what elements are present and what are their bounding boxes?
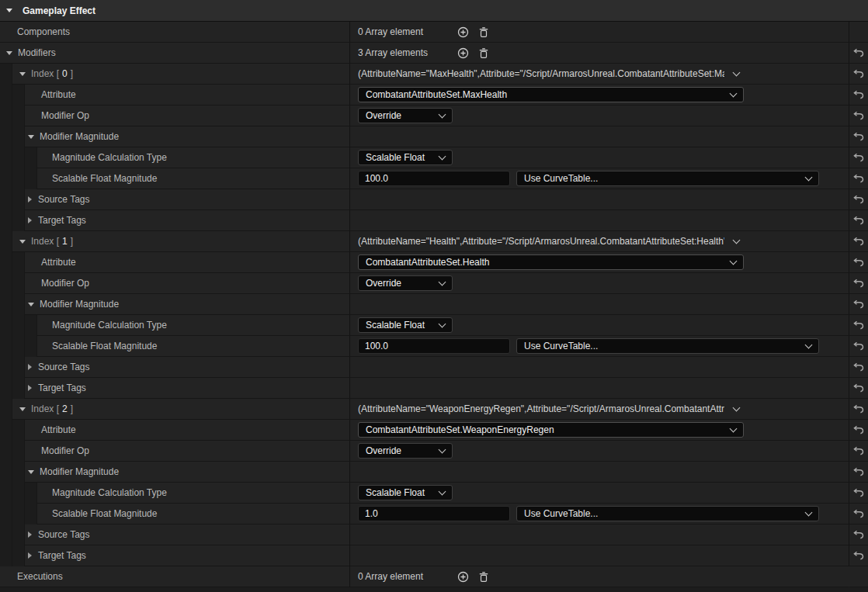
reset-to-default-button[interactable]: [853, 488, 864, 497]
delete-elements-button[interactable]: [478, 47, 489, 59]
reset-to-default-button[interactable]: [853, 153, 864, 162]
expander-arrow-icon[interactable]: [28, 135, 34, 139]
indent-lane: [12, 168, 25, 189]
modifier-op-dropdown[interactable]: Override: [358, 275, 453, 291]
reset-to-default-button[interactable]: [853, 299, 864, 309]
indent-lane: [0, 252, 12, 273]
expander-arrow-icon[interactable]: [19, 407, 26, 411]
reset-arrow-icon: [853, 299, 864, 309]
attribute-dropdown[interactable]: CombatantAttributeSet.Health: [358, 254, 744, 270]
modifier-op-dropdown[interactable]: Override: [358, 108, 453, 123]
expander-arrow-icon[interactable]: [19, 72, 26, 76]
chevron-down-icon[interactable]: [733, 237, 741, 244]
indent-lane: [0, 231, 12, 252]
indent-lane: [12, 147, 25, 168]
reset-to-default-button[interactable]: [853, 320, 864, 330]
curve-table-dropdown[interactable]: Use CurveTable...: [516, 338, 819, 354]
modifier-summary-text: (AttributeName="Health",Attribute="/Scri…: [358, 236, 724, 247]
chevron-down-icon[interactable]: [733, 404, 741, 412]
reset-to-default-button[interactable]: [853, 341, 864, 351]
chevron-down-icon: [439, 320, 446, 328]
modifier-op-dropdown[interactable]: Override: [358, 443, 453, 459]
index-label: Index [2]: [31, 403, 73, 414]
indent-lane: [12, 545, 25, 566]
magnitude-calculation-type-label: Magnitude Calculation Type: [52, 487, 167, 498]
reset-arrow-icon: [853, 111, 864, 120]
reset-to-default-button[interactable]: [853, 69, 864, 78]
chevron-down-icon: [439, 153, 446, 161]
reset-to-default-button[interactable]: [853, 446, 864, 455]
reset-to-default-button[interactable]: [853, 404, 864, 414]
reset-to-default-button[interactable]: [853, 174, 864, 183]
expander-arrow-icon[interactable]: [28, 303, 34, 306]
expander-arrow-icon[interactable]: [28, 552, 32, 559]
add-element-button[interactable]: [457, 571, 469, 583]
reset-to-default-button[interactable]: [853, 467, 864, 476]
details-panel: Gameplay Effect Components 0 Array eleme…: [0, 0, 868, 592]
modifier-op-row: Modifier Op Override: [0, 273, 868, 294]
add-element-button[interactable]: [457, 47, 469, 59]
reset-to-default-button[interactable]: [853, 530, 864, 539]
reset-arrow-icon: [853, 237, 864, 246]
reset-arrow-icon: [853, 509, 864, 518]
indent-lane: [12, 462, 25, 483]
magnitude-value-input[interactable]: [358, 171, 510, 186]
reset-to-default-button[interactable]: [853, 425, 864, 434]
magnitude-value-input[interactable]: [358, 506, 510, 521]
modifier-magnitude-row: Modifier Magnitude: [0, 462, 868, 483]
attribute-label: Attribute: [41, 257, 76, 268]
reset-to-default-button[interactable]: [853, 48, 864, 57]
chevron-down-icon[interactable]: [733, 69, 741, 77]
expander-arrow-icon[interactable]: [28, 217, 32, 223]
expander-arrow-icon[interactable]: [6, 51, 12, 55]
magnitude-calculation-type-dropdown[interactable]: Scalable Float: [358, 485, 453, 500]
source-tags-row: Source Tags: [0, 524, 868, 545]
expander-arrow-icon[interactable]: [28, 470, 34, 474]
attribute-dropdown[interactable]: CombatantAttributeSet.WeaponEnergyRegen: [358, 422, 744, 438]
indent-lane: [12, 106, 25, 126]
expander-arrow-icon[interactable]: [6, 9, 12, 12]
curve-table-dropdown[interactable]: Use CurveTable...: [516, 171, 819, 186]
add-element-button[interactable]: [457, 26, 469, 38]
reset-to-default-button[interactable]: [853, 132, 864, 141]
reset-to-default-button[interactable]: [853, 258, 864, 267]
reset-arrow-icon: [853, 195, 864, 204]
expander-arrow-icon[interactable]: [28, 531, 32, 538]
modifier-magnitude-row: Modifier Magnitude: [0, 294, 868, 315]
expander-arrow-icon[interactable]: [19, 240, 26, 244]
magnitude-calculation-type-label: Magnitude Calculation Type: [52, 152, 167, 163]
reset-to-default-button[interactable]: [853, 195, 864, 204]
indent-lane: [0, 441, 12, 462]
expander-arrow-icon[interactable]: [28, 196, 32, 203]
reset-to-default-button[interactable]: [853, 362, 864, 372]
indent-lane: [0, 168, 12, 189]
modifier-op-label: Modifier Op: [41, 110, 89, 121]
category-gameplay-effect[interactable]: Gameplay Effect: [0, 0, 868, 22]
chevron-down-icon: [730, 425, 738, 433]
reset-to-default-button[interactable]: [853, 111, 864, 120]
reset-arrow-icon: [853, 69, 864, 78]
chevron-down-icon: [439, 279, 446, 286]
modifiers-count: 3 Array elements: [358, 47, 457, 58]
expander-arrow-icon[interactable]: [28, 364, 32, 370]
indent-lane: [12, 85, 25, 106]
reset-to-default-button[interactable]: [853, 90, 864, 99]
magnitude-calculation-type-dropdown[interactable]: Scalable Float: [358, 317, 453, 333]
row-executions: Executions 0 Array element: [0, 566, 868, 587]
reset-to-default-button[interactable]: [853, 551, 864, 560]
curve-table-dropdown[interactable]: Use CurveTable...: [516, 506, 819, 521]
modifier-summary-text: (AttributeName="MaxHealth",Attribute="/S…: [358, 68, 724, 79]
delete-elements-button[interactable]: [478, 571, 489, 583]
attribute-dropdown[interactable]: CombatantAttributeSet.MaxHealth: [358, 87, 744, 102]
reset-to-default-button[interactable]: [853, 237, 864, 246]
reset-to-default-button[interactable]: [853, 216, 864, 225]
magnitude-value-input[interactable]: [358, 338, 510, 354]
reset-to-default-button[interactable]: [853, 383, 864, 393]
magnitude-calculation-type-dropdown[interactable]: Scalable Float: [358, 150, 453, 165]
indent-lane: [0, 106, 12, 126]
expander-arrow-icon[interactable]: [28, 385, 32, 391]
reset-to-default-button[interactable]: [853, 509, 864, 518]
delete-elements-button[interactable]: [478, 26, 489, 38]
reset-to-default-button[interactable]: [853, 279, 864, 288]
source-tags-label: Source Tags: [38, 529, 90, 540]
